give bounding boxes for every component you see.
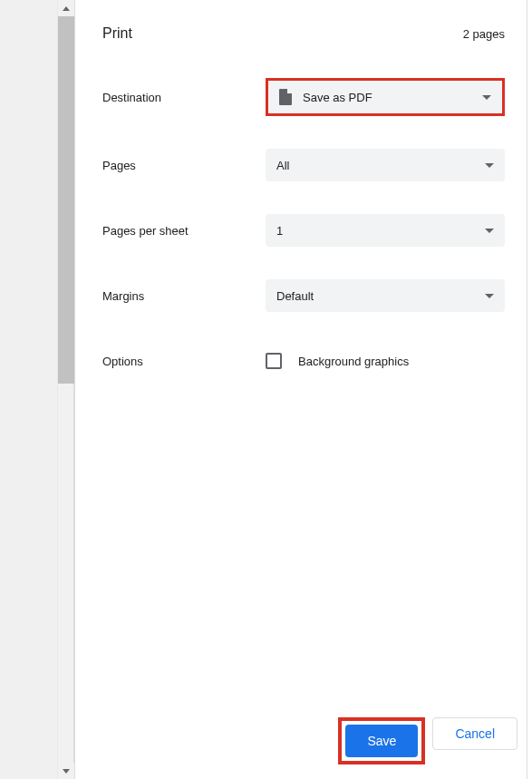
chevron-down-icon <box>485 229 494 233</box>
pages-select[interactable]: All <box>266 149 505 181</box>
scroll-down-arrow[interactable] <box>58 763 74 779</box>
print-preview-area <box>0 0 74 779</box>
background-graphics-label[interactable]: Background graphics <box>298 355 409 368</box>
options-label: Options <box>102 355 266 368</box>
destination-label: Destination <box>102 91 266 104</box>
margins-label: Margins <box>102 289 266 303</box>
print-settings-panel: Print 2 pages Destination Save as PDF <box>74 0 532 779</box>
background-graphics-checkbox[interactable] <box>266 353 282 369</box>
margins-value: Default <box>276 289 314 303</box>
pages-per-sheet-label: Pages per sheet <box>102 224 266 238</box>
chevron-down-icon <box>482 95 491 100</box>
scroll-thumb[interactable] <box>58 16 74 384</box>
right-edge <box>527 0 532 779</box>
chevron-down-icon <box>485 163 494 168</box>
pages-value: All <box>276 159 289 172</box>
margins-select[interactable]: Default <box>266 279 505 312</box>
page-count: 2 pages <box>463 27 505 41</box>
pages-per-sheet-select[interactable]: 1 <box>266 214 505 247</box>
page-icon <box>279 89 292 105</box>
dialog-footer: Save Cancel <box>75 703 532 779</box>
chevron-down-icon <box>485 294 494 298</box>
save-button[interactable]: Save <box>345 725 418 757</box>
dialog-title: Print <box>102 25 132 42</box>
destination-value: Save as PDF <box>303 91 372 104</box>
pages-per-sheet-value: 1 <box>276 224 283 238</box>
scrollbar[interactable] <box>57 0 73 779</box>
destination-select[interactable]: Save as PDF <box>266 78 505 116</box>
scroll-up-arrow[interactable] <box>58 0 74 16</box>
cancel-button[interactable]: Cancel <box>432 717 517 750</box>
pages-label: Pages <box>102 159 266 172</box>
